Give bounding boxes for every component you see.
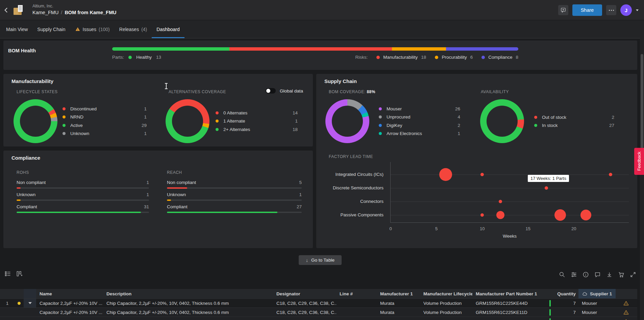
table-row[interactable]: Capacitor 2,2µF +/-20% 10V Chip Capacito…: [0, 317, 637, 320]
lead-time-bubble[interactable]: [554, 209, 566, 221]
legend-dot: [216, 111, 219, 114]
supply-chain-card: Supply Chain BOM COVERAGE: 88% Mouser26 …: [316, 74, 637, 248]
comments-button[interactable]: [594, 271, 601, 278]
back-button[interactable]: [2, 6, 11, 15]
ellipsis-icon: [609, 10, 614, 11]
stock-level-bar: [549, 318, 551, 320]
group-columns-button[interactable]: [16, 270, 23, 277]
info-icon: [583, 271, 589, 278]
lead-time-bubble[interactable]: [499, 200, 502, 203]
cart-button[interactable]: [617, 271, 625, 278]
download-button[interactable]: [605, 271, 613, 278]
table-header-row: Name Description Designator Line # Manuf…: [0, 289, 637, 298]
fullscreen-button[interactable]: [629, 271, 637, 278]
stock-level-bar: [549, 300, 551, 306]
go-to-table-button[interactable]: ↓ Go to Table: [299, 255, 342, 265]
rohs-bars: Non compliant1 Unknown1 Compliant31: [17, 180, 149, 216]
share-button[interactable]: Share: [572, 4, 602, 16]
lead-time-bubble[interactable]: [480, 213, 484, 217]
row-warning-icon[interactable]: [623, 319, 629, 320]
lifecycle-donut-chart[interactable]: [14, 99, 57, 143]
availability-label: AVAILABILITY: [481, 89, 509, 94]
lead-time-bubble[interactable]: [496, 211, 504, 219]
expand-row-button[interactable]: [24, 299, 36, 308]
avatar-caret-icon[interactable]: [636, 9, 639, 11]
column-header-lifecycle[interactable]: Manufacturer Lifecycle 1: [420, 289, 472, 298]
lifecycle-states-label: LIFECYCLE STATES: [17, 89, 58, 94]
supply-chain-title: Supply Chain: [324, 78, 357, 84]
tab-releases[interactable]: Releases (4): [115, 20, 152, 38]
lead-time-bubble[interactable]: [439, 168, 452, 181]
row-warning-icon[interactable]: [623, 310, 629, 315]
tab-supply-chain[interactable]: Supply Chain: [32, 20, 70, 38]
legend-item: In stock27: [534, 122, 614, 130]
column-header-line[interactable]: Line #: [336, 289, 377, 298]
view-configuration-button[interactable]: [4, 270, 11, 277]
legend-dot: [216, 128, 219, 131]
page-title: BOM from Kame_FMU: [65, 10, 116, 15]
chevron-down-icon: [28, 302, 32, 304]
add-comment-button[interactable]: [558, 5, 568, 15]
parts-label: Parts:: [112, 55, 124, 60]
global-data-toggle[interactable]: Global data: [266, 88, 303, 94]
lead-time-bubble[interactable]: [545, 186, 548, 190]
lead-time-bubble[interactable]: [609, 173, 612, 176]
legend-dot: [63, 132, 66, 135]
workspace-name: Altium, Inc.: [32, 4, 116, 8]
legend-dot: [216, 119, 219, 123]
column-header-supplier[interactable]: Supplier 1: [578, 289, 616, 298]
healthy-label: Healthy: [136, 55, 152, 60]
search-icon: [559, 271, 565, 278]
info-button[interactable]: [582, 271, 589, 278]
table-row[interactable]: 1 Capacitor 2,2µF +/-20% 10V ... Chip Ca…: [0, 298, 637, 308]
column-header-quantity[interactable]: Quantity: [548, 289, 578, 298]
compliance-row: Non compliant1: [17, 180, 149, 189]
cloud-icon: [582, 291, 588, 296]
row-warning-icon[interactable]: [623, 300, 629, 306]
column-header-name[interactable]: Name: [36, 289, 103, 298]
legend-item: Arrow Electronics1: [379, 130, 460, 138]
status-dot: [18, 302, 21, 305]
compliance-row: Unknown1: [167, 192, 302, 201]
more-options-button[interactable]: [606, 5, 616, 15]
legend-dot: [534, 116, 537, 119]
bom-health-card: BOM Health Parts: Healthy 13 Risks: Manu…: [3, 41, 637, 70]
columns-icon: [16, 270, 23, 277]
lead-time-bubble[interactable]: [580, 210, 591, 220]
x-tick: 0: [389, 226, 392, 231]
x-tick: 20: [571, 226, 576, 231]
lead-time-bubble[interactable]: [480, 173, 484, 176]
legend-dot: [63, 115, 66, 118]
download-icon: [606, 271, 613, 278]
tab-main-view[interactable]: Main View: [1, 20, 32, 38]
toggle-switch[interactable]: [266, 88, 276, 94]
bom-coverage-donut-chart[interactable]: [325, 99, 369, 143]
compliance-title: Compliance: [11, 155, 40, 161]
health-bar-segment-compliance: [446, 47, 518, 51]
search-button[interactable]: [558, 271, 566, 278]
risks-label: Risks:: [355, 55, 368, 60]
avatar[interactable]: J: [620, 4, 632, 16]
column-header-description[interactable]: Description: [103, 289, 273, 298]
column-header-mpn[interactable]: Manufacturer Part Number 1: [472, 289, 548, 298]
alternatives-donut-chart[interactable]: [166, 99, 209, 143]
topbar: Altium, Inc. Kame_FMU/BOM from Kame_FMU …: [0, 0, 644, 20]
column-header-designator[interactable]: Designator: [273, 289, 336, 298]
breadcrumb-project[interactable]: Kame_FMU: [32, 10, 58, 15]
lead-time-category-labels: Integrated Circuits (ICs) Discrete Semic…: [316, 162, 387, 223]
feedback-tab[interactable]: Feedback: [634, 148, 644, 175]
compliance-row: Non compliant5: [167, 180, 302, 189]
x-tick: 5: [435, 226, 438, 231]
view-config-icon: [4, 270, 11, 277]
lifecycle-legend: Discontinued1 NRND1 Active29 Unknown1: [63, 105, 147, 138]
text-cursor: [165, 83, 168, 89]
filter-button[interactable]: [570, 271, 577, 278]
table-row[interactable]: Capacitor 2,2µF +/-20% 10V ... Chip Capa…: [0, 308, 637, 317]
column-header-manufacturer[interactable]: Manufacturer 1: [377, 289, 420, 298]
availability-donut-chart[interactable]: [480, 99, 524, 143]
legend-dot: [379, 124, 382, 127]
tab-dashboard[interactable]: Dashboard: [152, 20, 184, 38]
tab-issues[interactable]: Issues (100): [70, 20, 115, 38]
bom-coverage-value: 88%: [367, 89, 375, 94]
lead-time-bubble-chart[interactable]: 0 5 10 15 20 Weeks 17 Weeks: 1 Parts: [390, 162, 629, 223]
